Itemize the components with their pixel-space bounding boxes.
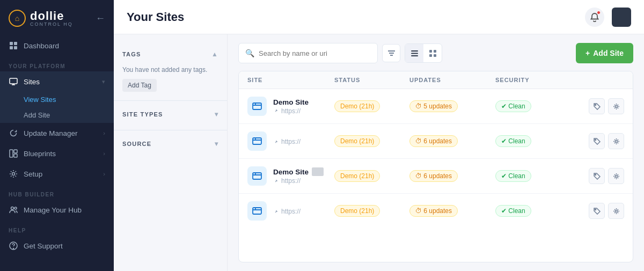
sidebar-item-update-manager-label: Update Manager xyxy=(24,129,78,137)
search-input[interactable] xyxy=(259,49,371,57)
add-site-plus: + xyxy=(586,49,590,57)
setup-chevron: › xyxy=(103,171,105,177)
tags-header[interactable]: TAGS ▲ xyxy=(122,47,218,61)
table-row: https:// Demo (21h) ⏱ 6 updates ✔ Clean xyxy=(239,124,633,159)
col-status: STATUS xyxy=(334,77,409,83)
tag-icon xyxy=(594,208,601,215)
add-tag-button[interactable]: Add Tag xyxy=(122,79,157,92)
sidebar-item-dashboard[interactable]: Dashboard xyxy=(0,35,114,56)
sidebar-item-add-site[interactable]: Add Site xyxy=(0,107,114,123)
page-title: Your Sites xyxy=(127,10,184,24)
settings-button[interactable] xyxy=(608,98,624,114)
site-name: Demo Site xyxy=(273,98,309,106)
svg-point-29 xyxy=(595,174,596,175)
security-badge: ✔ Clean xyxy=(495,100,531,112)
list-view-button[interactable] xyxy=(405,44,423,62)
source-header[interactable]: SOURCE ▾ xyxy=(122,137,218,151)
layout-icon xyxy=(9,149,18,158)
sidebar-back-button[interactable]: ← xyxy=(96,13,105,24)
col-site: SITE xyxy=(247,77,334,83)
security-badge: ✔ Clean xyxy=(495,170,531,182)
row-actions xyxy=(581,203,624,219)
add-site-button[interactable]: + Add Site xyxy=(576,43,633,63)
svg-rect-6 xyxy=(10,78,17,84)
sidebar-item-manage-hub[interactable]: Manage Your Hub xyxy=(0,200,114,220)
site-info: https:// xyxy=(273,137,301,145)
tags-chevron: ▲ xyxy=(211,50,218,58)
source-section: SOURCE ▾ xyxy=(114,133,227,157)
user-avatar[interactable] xyxy=(612,8,631,27)
topbar-right xyxy=(585,8,631,27)
svg-rect-21 xyxy=(434,54,436,57)
notifications-button[interactable] xyxy=(585,8,604,27)
site-icon xyxy=(247,166,267,186)
site-types-chevron: ▾ xyxy=(215,111,218,118)
svg-point-27 xyxy=(615,140,617,142)
svg-rect-2 xyxy=(10,42,13,45)
content-area: TAGS ▲ You have not added any tags. Add … xyxy=(114,34,644,271)
tags-section: TAGS ▲ You have not added any tags. Add … xyxy=(114,43,227,98)
svg-point-14 xyxy=(13,248,14,249)
settings-button[interactable] xyxy=(608,133,624,149)
svg-rect-16 xyxy=(411,53,418,54)
gear-icon xyxy=(613,173,620,180)
settings-button[interactable] xyxy=(608,203,624,219)
svg-rect-8 xyxy=(14,150,17,153)
grid-icon xyxy=(429,49,437,57)
tag-button[interactable] xyxy=(589,203,605,219)
tag-button[interactable] xyxy=(589,133,605,149)
svg-text:⌂: ⌂ xyxy=(15,14,19,23)
security-cell: ✔ Clean xyxy=(495,170,581,182)
brand-name: dollie xyxy=(30,10,73,22)
svg-rect-19 xyxy=(434,50,436,53)
sidebar-item-update-manager[interactable]: Update Manager › xyxy=(0,123,114,143)
tag-button[interactable] xyxy=(589,168,605,184)
filter-panel: TAGS ▲ You have not added any tags. Add … xyxy=(114,34,228,271)
dollie-logo-icon: ⌂ xyxy=(9,10,26,27)
svg-point-24 xyxy=(615,105,617,107)
row-actions xyxy=(581,98,624,114)
svg-point-10 xyxy=(12,173,15,175)
sidebar-item-get-support[interactable]: Get Support xyxy=(0,236,114,256)
svg-point-33 xyxy=(615,210,617,212)
notification-dot xyxy=(597,11,601,14)
status-badge: Demo (21h) xyxy=(334,100,380,112)
sidebar-item-blueprints[interactable]: Blueprints › xyxy=(0,143,114,164)
search-icon: 🔍 xyxy=(245,49,254,57)
sidebar-item-manage-hub-label: Manage Your Hub xyxy=(24,206,82,214)
view-sites-label: View Sites xyxy=(24,96,56,104)
users-icon xyxy=(9,205,18,215)
sites-section: Sites ▾ View Sites Add Site xyxy=(0,71,114,123)
sidebar-item-view-sites[interactable]: View Sites xyxy=(0,92,114,107)
link-icon xyxy=(273,209,279,215)
security-cell: ✔ Clean xyxy=(495,205,581,217)
sidebar-item-setup[interactable]: Setup › xyxy=(0,164,114,184)
site-url: https:// xyxy=(273,138,301,145)
svg-point-26 xyxy=(595,139,596,140)
filter-divider-1 xyxy=(114,100,227,101)
status-cell: Demo (21h) xyxy=(334,170,409,182)
list-icon xyxy=(411,49,419,57)
site-info: https:// xyxy=(273,207,301,215)
svg-point-32 xyxy=(595,209,596,210)
col-actions xyxy=(581,77,624,83)
svg-point-23 xyxy=(595,104,596,105)
tag-icon xyxy=(594,138,601,145)
sites-main: 🔍 + xyxy=(228,34,644,271)
svg-rect-15 xyxy=(411,50,418,52)
site-types-header[interactable]: SITE TYPES ▾ xyxy=(122,107,218,121)
filter-button[interactable] xyxy=(382,44,400,62)
svg-rect-25 xyxy=(253,138,261,144)
sidebar: ⌂ dollie CONTROL HQ ← Dashboard YOUR PLA… xyxy=(0,0,114,271)
table-header: SITE STATUS UPDATES SECURITY xyxy=(239,71,633,89)
grid-view-button[interactable] xyxy=(423,44,442,62)
tag-button[interactable] xyxy=(589,98,605,114)
blueprints-chevron: › xyxy=(103,150,105,157)
settings-button[interactable] xyxy=(608,168,624,184)
svg-rect-28 xyxy=(253,173,261,179)
filter-icon xyxy=(387,49,396,57)
sidebar-item-sites[interactable]: Sites ▾ xyxy=(0,71,114,92)
svg-rect-18 xyxy=(429,50,432,53)
brand-sub: CONTROL HQ xyxy=(30,22,73,27)
site-icon xyxy=(247,97,267,116)
